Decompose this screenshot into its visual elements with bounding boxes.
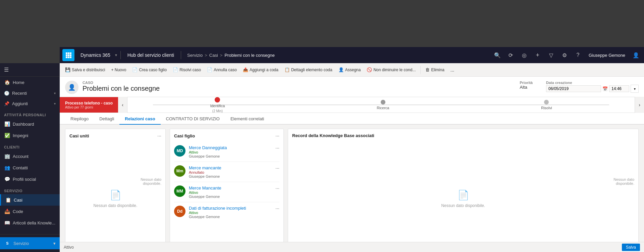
expand-button[interactable]: ▾ bbox=[631, 85, 639, 93]
svg-rect-3 bbox=[66, 54, 67, 56]
child-status: Attivo bbox=[189, 211, 272, 215]
breadcrumb-part1[interactable]: Servizio bbox=[187, 53, 203, 58]
resolve-button[interactable]: 📄 Risolvi caso bbox=[170, 66, 204, 74]
sidebar-item-aggiunti[interactable]: 📌 Aggiunti ▾ bbox=[0, 98, 60, 109]
casi-uniti-more-button[interactable]: ··· bbox=[157, 133, 161, 138]
sidebar-item-account[interactable]: 🏢 Account bbox=[0, 151, 60, 162]
add-icon[interactable]: + bbox=[532, 50, 543, 60]
child-user: Giuseppe Gemone bbox=[189, 215, 272, 219]
settings-icon[interactable]: ⚙ bbox=[559, 50, 570, 60]
child-status: Annullato bbox=[189, 170, 272, 174]
no-decrement-button[interactable]: 🚫 Non diminuire le cond... bbox=[364, 66, 418, 74]
breadcrumb-part2[interactable]: Casi bbox=[209, 53, 218, 58]
help-icon[interactable]: ? bbox=[573, 50, 583, 60]
casi-figlio-title: Casi figlio bbox=[174, 133, 195, 138]
process-next-button[interactable]: › bbox=[635, 97, 644, 113]
tab-contratto[interactable]: CONTRATTO DI SERVIZIO bbox=[161, 113, 225, 125]
tab-relazioni[interactable]: Relazioni caso bbox=[119, 113, 160, 125]
assign-button[interactable]: 👤 Assegna bbox=[336, 66, 364, 74]
sidebar-item-dashboard[interactable]: 📊 Dashboard bbox=[0, 118, 60, 130]
search-icon[interactable]: 🔍 bbox=[492, 50, 503, 60]
sidebar-bottom: S Servizio ▾ bbox=[0, 234, 60, 252]
sidebar-item-casi[interactable]: 📋 Casi bbox=[0, 194, 60, 206]
tab-riepilogo[interactable]: Riepilogo bbox=[65, 113, 94, 125]
refresh-icon[interactable]: ⟳ bbox=[505, 50, 516, 60]
sidebar-item-articoli-kb[interactable]: 📖 Articoli della Knowle... bbox=[0, 217, 60, 228]
cancel-button[interactable]: 📄 Annulla caso bbox=[204, 66, 239, 74]
casi-figlio-more-button[interactable]: ··· bbox=[275, 133, 279, 138]
status-text: Attivo bbox=[64, 245, 74, 250]
case-avatar-icon: 👤 bbox=[68, 84, 75, 91]
contatti-icon: 👥 bbox=[4, 165, 10, 171]
user-avatar-icon[interactable]: 👤 bbox=[631, 50, 641, 60]
calendar-icon[interactable]: 📅 bbox=[602, 86, 608, 91]
delete-button[interactable]: 🗑 Elimina bbox=[423, 66, 447, 74]
toolbar-separator bbox=[420, 66, 421, 74]
process-step-circle-ricerca bbox=[381, 100, 385, 104]
child-name: Merce mancante bbox=[189, 165, 272, 170]
nav-divider bbox=[120, 51, 121, 59]
create-child-button[interactable]: 📄 Crea caso figlio bbox=[129, 66, 169, 74]
sidebar-bottom-servizio[interactable]: S Servizio ▾ bbox=[0, 237, 60, 249]
child-case-item[interactable]: MM Merce Mancante Attivo Giuseppe Gemone… bbox=[174, 182, 279, 202]
date-input[interactable] bbox=[546, 85, 601, 92]
save-button[interactable]: Salva bbox=[622, 244, 640, 251]
module-name[interactable]: Hub del servizio clienti bbox=[124, 51, 177, 59]
location-icon[interactable]: ◎ bbox=[519, 50, 530, 60]
process-step-sublabel-identifica: (2 Min) bbox=[212, 109, 223, 113]
tab-elementi[interactable]: Elementi correlati bbox=[225, 113, 269, 125]
code-icon: 📥 bbox=[4, 208, 10, 214]
new-button[interactable]: + Nuovo bbox=[108, 66, 129, 74]
child-more-button[interactable]: ··· bbox=[275, 185, 279, 191]
aggiunti-chevron-icon: ▾ bbox=[54, 102, 56, 106]
knowledge-no-data: Nessun dato disponibile. 📄 Nessun dato d… bbox=[292, 141, 634, 244]
add-queue-icon: 📤 bbox=[243, 67, 248, 72]
child-more-button[interactable]: ··· bbox=[275, 165, 279, 171]
sidebar-item-impegni[interactable]: ✅ Impegni bbox=[0, 130, 60, 141]
process-stage-sub: Attivo per 77 giorni bbox=[65, 106, 113, 109]
casi-uniti-no-data-top: Nessun dato bbox=[141, 177, 161, 181]
save-distribute-button[interactable]: 💾 Salva e distribuisci bbox=[62, 66, 108, 74]
priority-label: Priorità bbox=[520, 81, 533, 85]
hamburger-icon[interactable]: ☰ bbox=[4, 67, 9, 73]
app-name[interactable]: Dynamics 365 bbox=[77, 51, 114, 59]
assign-icon: 👤 bbox=[338, 67, 344, 72]
toolbar-more-button[interactable]: ... bbox=[448, 66, 457, 74]
process-prev-button[interactable]: ‹ bbox=[118, 97, 127, 113]
queue-details-button[interactable]: 📋 Dettagli elemento coda bbox=[282, 66, 335, 74]
casi-figlio-header: Casi figlio ··· bbox=[174, 133, 279, 138]
sidebar: ☰ 🏠 Home 🕐 Recenti ▾ 📌 Aggiunti ▾ Attivi… bbox=[0, 63, 60, 252]
casi-uniti-card: Casi uniti ··· Nessun dato disponibile. … bbox=[65, 129, 166, 248]
casi-uniti-no-data-bottom: Nessun dato disponibile. bbox=[94, 203, 138, 208]
user-name[interactable]: Giuseppe Gemone bbox=[586, 51, 628, 59]
sidebar-item-profili-social[interactable]: 💬 Profili social bbox=[0, 173, 60, 185]
sidebar-item-recenti[interactable]: 🕐 Recenti ▾ bbox=[0, 88, 60, 98]
child-case-item[interactable]: Mm Merce mancante Annullato Giuseppe Gem… bbox=[174, 162, 279, 182]
tab-dettagli[interactable]: Dettagli bbox=[94, 113, 119, 125]
sidebar-item-code[interactable]: 📥 Code bbox=[0, 206, 60, 217]
child-more-button[interactable]: ··· bbox=[275, 145, 279, 151]
child-avatar: Mm bbox=[174, 165, 185, 177]
knowledge-no-data-bottom: Nessun dato disponibile. bbox=[441, 203, 485, 208]
child-more-button[interactable]: ··· bbox=[275, 206, 279, 211]
sidebar-item-contatti[interactable]: 👥 Contatti bbox=[0, 162, 60, 173]
account-icon: 🏢 bbox=[4, 153, 10, 159]
child-name: Merce Mancante bbox=[189, 185, 272, 191]
casi-figlio-card: Casi figlio ··· MD Merce Danneggiata Att… bbox=[170, 129, 284, 248]
clock-icon: 🕐 bbox=[4, 91, 9, 96]
filter-icon[interactable]: ▽ bbox=[546, 50, 556, 60]
breadcrumb-current: Problemi con le consegne bbox=[224, 53, 275, 58]
child-case-item[interactable]: MD Merce Danneggiata Attivo Giuseppe Gem… bbox=[174, 142, 279, 162]
knowledge-no-data-top2: disponibile. bbox=[616, 181, 634, 185]
status-bar: Attivo Salva bbox=[60, 242, 644, 252]
add-queue-button[interactable]: 📤 Aggiungi a coda bbox=[240, 66, 281, 74]
time-input[interactable] bbox=[609, 85, 629, 92]
child-case-item[interactable]: Dd Dati di fatturazione incompleti Attiv… bbox=[174, 202, 279, 222]
child-info: Merce Danneggiata Attivo Giuseppe Gemone bbox=[189, 145, 272, 158]
sidebar-item-home[interactable]: 🏠 Home bbox=[0, 77, 60, 88]
waffle-button[interactable] bbox=[62, 49, 74, 61]
no-data-icon-knowledge: 📄 bbox=[458, 190, 469, 201]
sidebar-section-servizio: Servizio bbox=[0, 185, 60, 194]
process-stage-red[interactable]: Processo telefono - caso Attivo per 77 g… bbox=[60, 97, 118, 113]
recenti-chevron-icon: ▾ bbox=[54, 91, 56, 95]
